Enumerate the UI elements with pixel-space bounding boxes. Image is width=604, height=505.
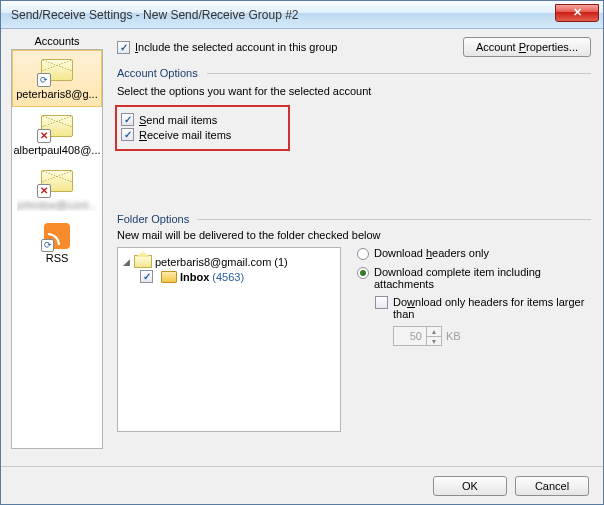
download-headers-radio[interactable] [357, 248, 369, 260]
account-item-peterbaris[interactable]: ⟳ peterbaris8@g... [12, 50, 102, 107]
main-panel: Include the selected account in this gro… [109, 29, 603, 466]
download-complete-radio[interactable] [357, 267, 369, 279]
inbox-checkbox[interactable] [140, 270, 153, 283]
accounts-sidebar: Accounts ⟳ peterbaris8@g... ✕ albertpaul… [1, 29, 109, 466]
folder-tree[interactable]: ◢ peterbaris8@gmail.com (1) Inbox (4563) [117, 247, 341, 432]
download-complete-label[interactable]: Download complete item including attachm… [374, 266, 591, 290]
account-item-rss[interactable]: ⟳ RSS [12, 217, 102, 270]
inbox-count: (4563) [212, 271, 244, 283]
download-limit-label[interactable]: Download only headers for items larger t… [393, 296, 591, 320]
size-limit-input[interactable] [394, 327, 426, 345]
error-badge-icon: ✕ [37, 184, 51, 198]
tree-root[interactable]: ◢ peterbaris8@gmail.com (1) [122, 254, 336, 269]
include-account-checkbox[interactable] [117, 41, 130, 54]
envelope-icon: ⟳ [39, 57, 75, 85]
window-title: Send/Receive Settings - New Send/Receive… [11, 8, 555, 22]
refresh-badge-icon: ⟳ [41, 239, 54, 252]
close-button[interactable]: ✕ [555, 4, 599, 22]
refresh-badge-icon: ⟳ [37, 73, 51, 87]
account-label: RSS [46, 252, 69, 264]
folder-icon [161, 271, 177, 283]
account-label: peterbaris8@g... [16, 88, 98, 100]
ok-button[interactable]: OK [433, 476, 507, 496]
send-mail-checkbox[interactable] [121, 113, 134, 126]
collapse-toggle-icon[interactable]: ◢ [122, 257, 131, 266]
sidebar-header: Accounts [11, 35, 103, 47]
size-limit-unit: KB [446, 330, 461, 342]
size-limit-spinner[interactable]: ▲ ▼ [393, 326, 442, 346]
receive-mail-label[interactable]: Receive mail items [139, 129, 231, 141]
folder-options-group-title: Folder Options [117, 213, 591, 225]
open-envelope-icon [134, 255, 152, 268]
titlebar[interactable]: Send/Receive Settings - New Send/Receive… [1, 1, 603, 29]
spin-down-icon[interactable]: ▼ [427, 337, 441, 346]
envelope-icon: ✕ [39, 113, 75, 141]
inbox-label: Inbox [180, 271, 209, 283]
include-account-label[interactable]: Include the selected account in this gro… [135, 41, 337, 53]
error-badge-icon: ✕ [37, 129, 51, 143]
account-options-group-title: Account Options [117, 67, 591, 79]
download-limit-checkbox[interactable] [375, 296, 388, 309]
rss-feed-icon: ⟳ [44, 223, 70, 249]
dialog-window: Send/Receive Settings - New Send/Receive… [0, 0, 604, 505]
send-mail-label[interactable]: Send mail items [139, 114, 217, 126]
download-options: Download headers only Download complete … [351, 247, 591, 346]
account-label: albertpaul408@... [14, 144, 101, 156]
tree-root-label: peterbaris8@gmail.com [155, 256, 271, 268]
dialog-footer: OK Cancel [1, 466, 603, 504]
close-icon: ✕ [573, 6, 582, 19]
account-item-blurred[interactable]: ✕ johndoe@cont... [12, 162, 102, 217]
receive-mail-checkbox[interactable] [121, 128, 134, 141]
account-options-desc: Select the options you want for the sele… [117, 85, 591, 97]
accounts-list[interactable]: ⟳ peterbaris8@g... ✕ albertpaul408@... ✕ [11, 49, 103, 449]
envelope-icon: ✕ [39, 168, 75, 196]
account-properties-button[interactable]: Account Properties... [463, 37, 591, 57]
account-item-albertpaul[interactable]: ✕ albertpaul408@... [12, 107, 102, 162]
download-headers-label[interactable]: Download headers only [374, 247, 489, 259]
highlighted-options-box: Send mail items Receive mail items [115, 105, 290, 151]
account-label: johndoe@cont... [17, 199, 97, 211]
folder-options-desc: New mail will be delivered to the folder… [117, 229, 591, 241]
tree-root-count: (1) [274, 256, 287, 268]
tree-inbox[interactable]: Inbox (4563) [122, 269, 336, 284]
cancel-button[interactable]: Cancel [515, 476, 589, 496]
spin-up-icon[interactable]: ▲ [427, 327, 441, 337]
